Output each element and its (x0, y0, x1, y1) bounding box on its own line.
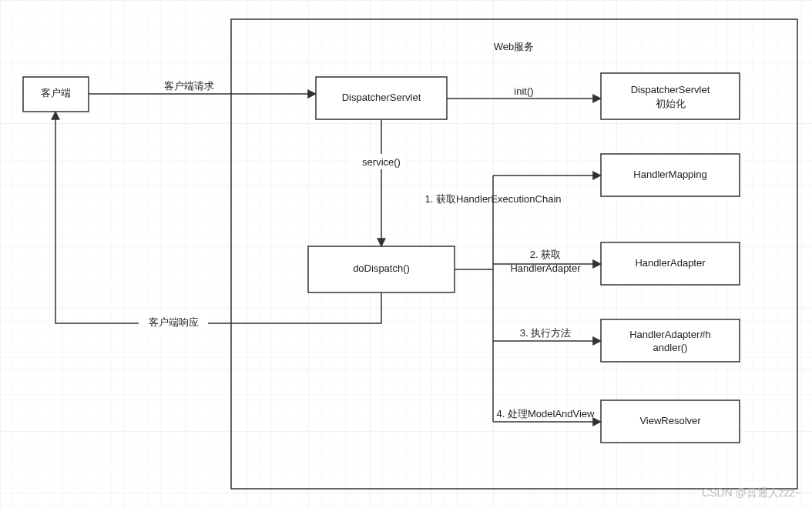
handlermapping-label: HandlerMapping (633, 169, 706, 180)
edge-step2-label-l1: 2. 获取 (530, 249, 561, 260)
web-service-title: Web服务 (494, 41, 535, 52)
edge-step2-label-l2: HandlerAdapter (510, 262, 581, 274)
client-label: 客户端 (41, 87, 71, 99)
dispatcher-label: DispatcherServlet (342, 92, 421, 103)
viewresolver-label: ViewResolver (639, 415, 701, 426)
handlermethod-label-l1: HandlerAdapter#h (629, 329, 711, 340)
edge-step3-label: 3. 执行方法 (520, 327, 571, 339)
edge-init-label: init() (514, 85, 533, 97)
init-node (601, 73, 740, 119)
init-label-l2: 初始化 (656, 98, 686, 109)
watermark: CSDN @普通人zzz~ (702, 486, 801, 499)
handlermethod-label-l2: andler() (653, 342, 688, 353)
dodispatch-label: doDispatch() (353, 262, 410, 274)
edge-service-label: service() (362, 156, 401, 168)
handleradapter-label: HandlerAdapter (635, 257, 706, 269)
diagram-canvas: Web服务 客户端 DispatcherServlet DispatcherSe… (0, 0, 812, 508)
edge-client-response-label: 客户端响应 (149, 316, 199, 328)
handlermethod-node (601, 319, 740, 362)
edge-step4-label: 4. 处理ModelAndView (497, 408, 596, 419)
edge-client-request-label: 客户端请求 (164, 80, 214, 92)
init-label-l1: DispatcherServlet (631, 84, 710, 95)
edge-step1-label: 1. 获取HandlerExecutionChain (424, 193, 561, 205)
